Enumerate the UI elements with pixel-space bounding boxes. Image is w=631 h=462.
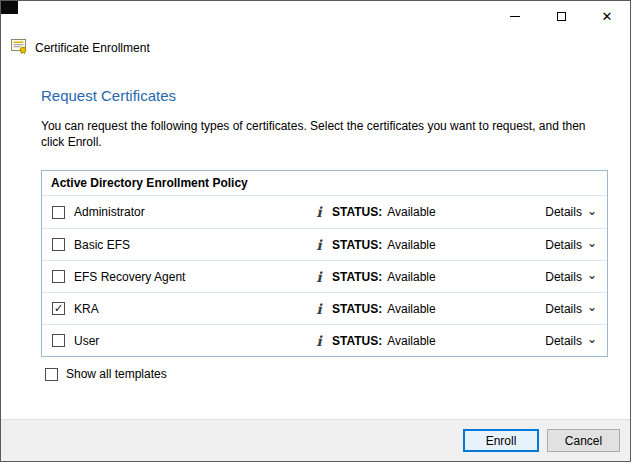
- window-icon: [1, 1, 18, 14]
- template-row: Basic EFS i STATUS: Available Details ⌄: [42, 228, 607, 260]
- maximize-button[interactable]: [538, 1, 584, 31]
- status-label: STATUS:: [332, 205, 382, 219]
- titlebar[interactable]: ✕: [1, 1, 630, 31]
- details-label: Details: [545, 334, 582, 348]
- maximize-icon: [557, 12, 566, 21]
- enrollment-policy-group: Active Directory Enrollment Policy Admin…: [41, 170, 608, 357]
- details-toggle[interactable]: Details ⌄: [545, 238, 597, 252]
- show-all-templates: Show all templates: [45, 367, 630, 381]
- template-row: ✓ KRA i STATUS: Available Details ⌄: [42, 292, 607, 324]
- minimize-button[interactable]: [492, 1, 538, 31]
- status-value: Available: [387, 238, 435, 252]
- template-checkbox[interactable]: [52, 270, 65, 283]
- status-value: Available: [387, 205, 435, 219]
- chevron-down-icon: ⌄: [587, 204, 597, 218]
- minimize-icon: [510, 16, 520, 17]
- info-icon: i: [312, 301, 326, 317]
- chevron-down-icon: ⌄: [587, 268, 597, 282]
- info-icon: i: [312, 333, 326, 349]
- policy-group-title: Active Directory Enrollment Policy: [42, 171, 607, 196]
- show-all-templates-label[interactable]: Show all templates: [66, 367, 167, 381]
- caption-buttons: ✕: [492, 1, 630, 31]
- details-label: Details: [545, 302, 582, 316]
- app-name: Certificate Enrollment: [35, 41, 150, 55]
- status-value: Available: [387, 302, 435, 316]
- details-label: Details: [545, 205, 582, 219]
- details-toggle[interactable]: Details ⌄: [545, 334, 597, 348]
- info-icon: i: [312, 237, 326, 253]
- details-label: Details: [545, 238, 582, 252]
- template-name: Basic EFS: [74, 238, 312, 252]
- show-all-templates-checkbox[interactable]: [45, 368, 58, 381]
- info-icon: i: [312, 269, 326, 285]
- chevron-down-icon: ⌄: [587, 332, 597, 346]
- template-checkbox[interactable]: [52, 334, 65, 347]
- details-label: Details: [545, 270, 582, 284]
- template-name: Administrator: [74, 205, 312, 219]
- info-icon: i: [312, 204, 326, 220]
- template-checkbox[interactable]: [52, 206, 65, 219]
- app-header: Certificate Enrollment: [11, 39, 630, 57]
- details-toggle[interactable]: Details ⌄: [545, 270, 597, 284]
- template-checkbox[interactable]: ✓: [52, 302, 65, 315]
- enroll-button[interactable]: Enroll: [463, 429, 539, 452]
- status-label: STATUS:: [332, 334, 382, 348]
- cancel-button[interactable]: Cancel: [547, 429, 620, 452]
- close-button[interactable]: ✕: [584, 1, 630, 31]
- template-name: User: [74, 334, 312, 348]
- details-toggle[interactable]: Details ⌄: [545, 205, 597, 219]
- certificate-enrollment-window: ✕ Certificate Enrollment Request Certifi…: [0, 0, 631, 462]
- template-checkbox[interactable]: [52, 238, 65, 251]
- details-toggle[interactable]: Details ⌄: [545, 302, 597, 316]
- status-label: STATUS:: [332, 302, 382, 316]
- template-name: EFS Recovery Agent: [74, 270, 312, 284]
- page-title: Request Certificates: [41, 87, 630, 104]
- chevron-down-icon: ⌄: [587, 236, 597, 250]
- template-row: User i STATUS: Available Details ⌄: [42, 324, 607, 356]
- template-row: Administrator i STATUS: Available Detail…: [42, 196, 607, 228]
- status-label: STATUS:: [332, 238, 382, 252]
- close-icon: ✕: [602, 10, 613, 23]
- template-name: KRA: [74, 302, 312, 316]
- template-row: EFS Recovery Agent i STATUS: Available D…: [42, 260, 607, 292]
- certificate-icon: [11, 39, 28, 57]
- footer: Enroll Cancel: [1, 419, 630, 461]
- status-label: STATUS:: [332, 270, 382, 284]
- status-value: Available: [387, 334, 435, 348]
- status-value: Available: [387, 270, 435, 284]
- chevron-down-icon: ⌄: [587, 300, 597, 314]
- page-description: You can request the following types of c…: [41, 118, 607, 150]
